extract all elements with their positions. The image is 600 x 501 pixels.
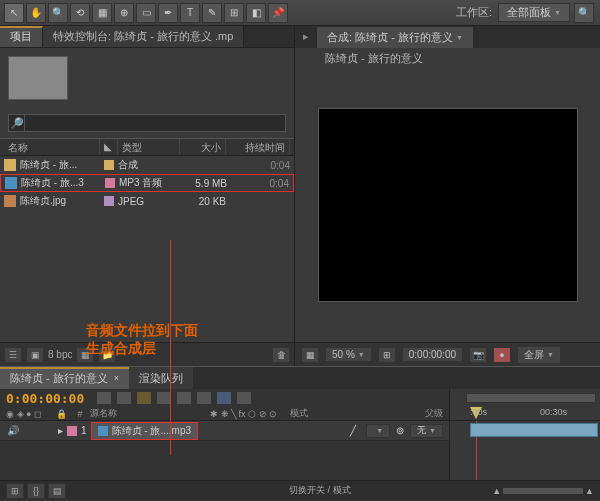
composition-viewer[interactable] [318, 108, 578, 302]
pen-tool[interactable]: ✒ [158, 3, 178, 23]
workspace-dropdown[interactable]: 全部面板▼ [498, 3, 570, 22]
image-icon [4, 195, 16, 207]
interpret-button[interactable]: ☰ [4, 347, 22, 363]
chevron-down-icon: ▼ [358, 351, 365, 358]
search-help-button[interactable]: 🔍 [574, 3, 594, 23]
col-parent[interactable]: 父级 [425, 407, 443, 420]
comp-icon [4, 159, 16, 171]
asset-row[interactable]: 陈绮贞 - 旅... 合成 0:04 [0, 156, 294, 174]
new-comp-button[interactable]: ▦ [76, 347, 94, 363]
tab-timeline-comp[interactable]: 陈绮贞 - 旅行的意义× [0, 367, 129, 389]
tl-comp-icon[interactable] [116, 391, 132, 405]
rotate-tool[interactable]: ⟲ [70, 3, 90, 23]
col-type[interactable]: 类型 [118, 139, 180, 155]
anchor-tool[interactable]: ⊕ [114, 3, 134, 23]
audio-toggle-icon[interactable]: 🔊 [6, 425, 20, 436]
channel-button[interactable]: ● [493, 347, 511, 363]
work-area-bar[interactable] [466, 393, 596, 403]
tl-graph-icon[interactable] [196, 391, 212, 405]
timeline-tracks[interactable] [450, 421, 600, 480]
col-name[interactable]: 名称 [4, 139, 100, 155]
project-search-input[interactable] [24, 114, 286, 132]
tab-project[interactable]: 项目 [0, 26, 43, 47]
tl-shy-icon[interactable] [136, 391, 152, 405]
asset-row[interactable]: 陈绮贞.jpg JPEG 20 KB [0, 192, 294, 210]
trash-button[interactable]: 🗑 [272, 347, 290, 363]
chevron-down-icon: ▼ [456, 34, 463, 41]
col-mode[interactable]: 模式 [290, 407, 330, 420]
col-size[interactable]: 大小 [180, 139, 226, 155]
res-button[interactable]: ⊞ [378, 347, 396, 363]
parent-dropdown[interactable]: 无▼ [410, 424, 443, 438]
blend-mode-dropdown[interactable]: ▼ [366, 424, 390, 438]
col-source-name[interactable]: 源名称 [90, 407, 210, 420]
stamp-tool[interactable]: ⊞ [224, 3, 244, 23]
zoom-in-icon[interactable]: ▲ [585, 486, 594, 496]
zoom-out-icon[interactable]: ▲ [492, 486, 501, 496]
new-folder-button[interactable]: 📁 [98, 347, 116, 363]
close-icon[interactable]: × [114, 373, 119, 383]
brush-tool[interactable]: ✎ [202, 3, 222, 23]
label-swatch[interactable] [104, 196, 114, 206]
viewer-time[interactable]: 0:00:00:00 [402, 347, 463, 362]
toggle-switches[interactable]: 切换开关 / 模式 [289, 484, 351, 497]
fullscreen-dropdown[interactable]: 全屏▼ [517, 346, 561, 364]
comp-breadcrumb[interactable]: 陈绮贞 - 旅行的意义 [295, 48, 600, 68]
workspace-label: 工作区: [456, 5, 492, 20]
alpha-button[interactable]: ▦ [301, 347, 319, 363]
folder-button[interactable]: ▣ [26, 347, 44, 363]
tab-composition[interactable]: 合成: 陈绮贞 - 旅行的意义 ▼ [317, 27, 473, 48]
shape-tool[interactable]: ▭ [136, 3, 156, 23]
bpc-label[interactable]: 8 bpc [48, 349, 72, 360]
col-label[interactable]: ◣ [100, 139, 118, 155]
camera-tool[interactable]: ▦ [92, 3, 112, 23]
audio-file-icon [98, 426, 108, 436]
col-duration[interactable]: 持续时间 [226, 139, 290, 155]
eraser-tool[interactable]: ◧ [246, 3, 266, 23]
layer-duration-bar[interactable] [470, 423, 598, 437]
layer-index: 1 [81, 425, 87, 436]
tl-3d-icon[interactable] [216, 391, 232, 405]
tab-render-queue[interactable]: 渲染队列 [129, 367, 193, 389]
zoom-slider[interactable] [503, 488, 583, 494]
current-timecode[interactable]: 0:00:00:00 [6, 391, 84, 406]
expand-icon[interactable]: ▸ [58, 425, 63, 436]
project-thumbnail[interactable] [8, 56, 68, 100]
tl-ftr-btn2[interactable]: {} [27, 483, 45, 499]
chevron-down-icon: ▼ [554, 9, 561, 16]
pickwhip-icon[interactable]: ⊚ [396, 425, 404, 436]
tl-blend-icon[interactable] [156, 391, 172, 405]
text-tool[interactable]: T [180, 3, 200, 23]
av-toggles: ◉ ◈ ● ◻ [6, 409, 56, 419]
label-swatch[interactable] [104, 160, 114, 170]
snapshot-button[interactable]: 📷 [469, 347, 487, 363]
layer-label-swatch[interactable] [67, 426, 77, 436]
audio-icon [5, 177, 17, 189]
asset-row[interactable]: 陈绮贞 - 旅...3 MP3 音频 5.9 MB 0:04 [0, 174, 294, 192]
tl-draft-icon[interactable] [236, 391, 252, 405]
chevron-down-icon: ▼ [429, 427, 436, 434]
project-column-headers: 名称 ◣ 类型 大小 持续时间 [0, 138, 294, 156]
tab-effect-controls[interactable]: 特效控制台: 陈绮贞 - 旅行的意义 .mp [43, 26, 244, 47]
time-ruler[interactable]: :00s 00:30s [450, 407, 600, 421]
label-swatch[interactable] [105, 178, 115, 188]
lock-icon: 🔒 [56, 409, 70, 419]
selection-tool[interactable]: ↖ [4, 3, 24, 23]
tl-mb-icon[interactable] [176, 391, 192, 405]
hand-tool[interactable]: ✋ [26, 3, 46, 23]
tl-ftr-btn3[interactable]: ▤ [48, 483, 66, 499]
zoom-dropdown[interactable]: 50 %▼ [325, 347, 372, 362]
flowchart-icon[interactable]: ▸ [303, 30, 317, 44]
chevron-down-icon: ▼ [547, 351, 554, 358]
tl-search-icon[interactable] [96, 391, 112, 405]
search-icon: 🔎 [8, 114, 24, 132]
tl-ftr-btn1[interactable]: ⊞ [6, 483, 24, 499]
layer-row[interactable]: 🔊 ▸ 1 陈绮贞 - 旅....mp3 ╱ ▼ ⊚ 无▼ [0, 421, 449, 441]
asset-list: 陈绮贞 - 旅... 合成 0:04 陈绮贞 - 旅...3 MP3 音频 5.… [0, 156, 294, 342]
zoom-tool[interactable]: 🔍 [48, 3, 68, 23]
puppet-tool[interactable]: 📌 [268, 3, 288, 23]
layer-name[interactable]: 陈绮贞 - 旅....mp3 [91, 422, 198, 440]
